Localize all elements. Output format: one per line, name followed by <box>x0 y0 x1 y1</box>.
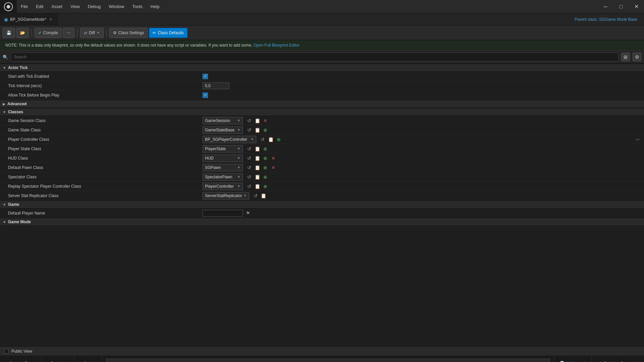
browse-button[interactable]: 📂 <box>16 28 29 38</box>
clear-icon[interactable]: ✕ <box>262 117 269 124</box>
game-label: Game <box>8 202 19 207</box>
output-log-button[interactable]: ≡ Output Log <box>42 356 74 362</box>
player-name-flag-icon[interactable]: ⚑ <box>244 209 252 217</box>
class-defaults-button[interactable]: ✏ Class Defaults <box>149 28 187 38</box>
navigate-icon[interactable]: ↺ <box>252 192 259 199</box>
add-icon[interactable]: ⊕ <box>262 183 269 190</box>
filter-options-button[interactable]: ⚙ <box>633 53 641 61</box>
clear-icon[interactable]: ✕ <box>270 164 277 171</box>
tick-interval-input[interactable] <box>203 82 229 89</box>
public-view-checkbox[interactable] <box>4 349 9 354</box>
blueprint-tab[interactable]: ◉ BP_SGGameMode* ✕ <box>0 13 58 25</box>
add-icon[interactable]: ⊕ <box>262 155 269 162</box>
compile-label: Compile <box>43 31 58 35</box>
default-player-name-input[interactable] <box>203 210 243 217</box>
spectator-label: Spectator Class <box>8 175 203 179</box>
add-icon[interactable]: ⊕ <box>262 164 269 171</box>
classes-collapse-arrow[interactable]: ▼ <box>3 110 6 114</box>
property-matrix-button[interactable]: ⊞ <box>621 53 630 61</box>
menu-window[interactable]: Window <box>105 0 128 13</box>
close-button[interactable]: ✕ <box>629 0 644 13</box>
navigate-icon[interactable]: ↺ <box>246 126 253 134</box>
game-collapse-arrow[interactable]: ▼ <box>3 203 6 206</box>
game-session-dropdown[interactable]: GameSession ▼ <box>203 117 243 124</box>
section-game-mode[interactable]: ▼ Game Mode <box>0 218 644 226</box>
section-classes[interactable]: ▼ Classes <box>0 108 644 116</box>
add-icon[interactable]: ⊕ <box>262 173 269 181</box>
note-text: NOTE: This is a data only blueprint, so … <box>5 43 252 48</box>
compile-icon: ✔ <box>38 31 42 35</box>
content-drawer-button[interactable]: ⊞ Content Drawer <box>0 356 42 362</box>
browse-asset-icon[interactable]: 📋 <box>260 192 267 199</box>
tick-interval-label: Tick Interval (secs) <box>8 83 203 88</box>
prop-row-game-session: Game Session Class GameSession ▼ ↺ 📋 ✕ <box>0 116 644 125</box>
navigate-icon[interactable]: ↺ <box>246 117 253 124</box>
navigate-icon[interactable]: ↺ <box>246 145 253 153</box>
navigate-icon[interactable]: ↺ <box>246 164 253 171</box>
open-full-editor-link[interactable]: Open Full Blueprint Editor <box>254 43 300 48</box>
toolbar-separator-1 <box>32 29 32 37</box>
menu-debug[interactable]: Debug <box>84 0 105 13</box>
add-icon[interactable]: ⊕ <box>262 145 269 153</box>
menu-tools[interactable]: Tools <box>128 0 146 13</box>
menu-asset[interactable]: Asset <box>47 0 66 13</box>
minimize-button[interactable]: ─ <box>598 0 613 13</box>
menu-view[interactable]: View <box>66 0 84 13</box>
default-pawn-dropdown[interactable]: SGPawn ▼ <box>203 164 243 171</box>
diff-button[interactable]: ⇄ Diff ▼ <box>80 28 104 38</box>
compile-button[interactable]: ✔ Compile <box>35 28 62 38</box>
browse-asset-icon[interactable]: 📋 <box>254 155 261 162</box>
game-mode-collapse-arrow[interactable]: ▼ <box>3 220 6 224</box>
search-input[interactable] <box>11 53 619 61</box>
prop-row-default-pawn: Default Pawn Class SGPawn ▼ ↺ 📋 ⊕ ✕ <box>0 163 644 172</box>
advanced-collapse-arrow[interactable]: ▶ <box>3 102 5 106</box>
hud-dropdown[interactable]: HUD ▼ <box>203 155 243 162</box>
player-controller-actions: ↺ 📋 ⊕ <box>259 136 282 143</box>
browse-asset-icon[interactable]: 📋 <box>267 136 274 143</box>
menu-file[interactable]: File <box>17 0 32 13</box>
player-state-dropdown[interactable]: PlayerState ▼ <box>203 145 243 153</box>
replay-spectator-dropdown[interactable]: PlayerController ▼ <box>203 183 243 190</box>
clear-icon[interactable]: ✕ <box>270 155 277 162</box>
section-advanced[interactable]: ▶ Advanced <box>0 100 644 108</box>
browse-asset-icon[interactable]: 📋 <box>254 126 261 134</box>
tab-close-button[interactable]: ✕ <box>48 17 53 22</box>
browse-asset-icon[interactable]: 📋 <box>254 173 261 181</box>
server-stat-dropdown[interactable]: ServerStatReplicator ▼ <box>203 192 249 199</box>
reset-to-default-icon[interactable]: ↩ <box>636 137 640 142</box>
browse-asset-icon[interactable]: 📋 <box>254 117 261 124</box>
menu-help[interactable]: Help <box>147 0 164 13</box>
game-state-actions: ↺ 📋 ⊕ <box>246 126 269 134</box>
maximize-button[interactable]: □ <box>613 0 629 13</box>
compile-options-button[interactable]: ⋯ <box>63 28 74 38</box>
spectator-dropdown[interactable]: SpectatorPawn ▼ <box>203 173 243 181</box>
browse-asset-icon[interactable]: 📋 <box>254 164 261 171</box>
navigate-icon[interactable]: ↺ <box>246 183 253 190</box>
section-actor-tick[interactable]: ▼ Actor Tick <box>0 64 644 72</box>
revision-control-button[interactable]: ⎇ Revision Control ▼ <box>591 356 644 362</box>
actor-tick-collapse-arrow[interactable]: ▼ <box>3 66 6 70</box>
tab-icon: ◉ <box>4 17 8 22</box>
browse-asset-icon[interactable]: 📋 <box>254 183 261 190</box>
game-state-value: GameStateBase ▼ ↺ 📋 ⊕ <box>203 126 269 134</box>
section-game[interactable]: ▼ Game <box>0 200 644 208</box>
console-input[interactable] <box>106 359 550 362</box>
class-settings-button[interactable]: ⚙ Class Settings <box>109 28 148 38</box>
cmd-button[interactable]: ▷ Cmd ▼ <box>74 356 102 362</box>
player-controller-dropdown[interactable]: BP_SGPlayerController ▼ <box>203 136 256 143</box>
dropdown-arrow-icon: ▼ <box>237 175 240 179</box>
toolbar-separator-3 <box>106 29 107 37</box>
navigate-icon[interactable]: ↺ <box>259 136 266 143</box>
allow-tick-checkbox[interactable] <box>203 93 208 98</box>
replay-spectator-actions: ↺ 📋 ⊕ <box>246 183 269 190</box>
add-icon[interactable]: ⊕ <box>275 136 282 143</box>
add-icon[interactable]: ⊕ <box>262 126 269 134</box>
browse-asset-icon[interactable]: 📋 <box>254 145 261 153</box>
save-button[interactable]: 💾 <box>3 28 15 38</box>
start-tick-checkbox[interactable] <box>203 74 208 79</box>
navigate-icon[interactable]: ↺ <box>246 173 253 181</box>
unsaved-indicator[interactable]: 📄 1 Unsaved <box>554 356 591 362</box>
game-state-dropdown[interactable]: GameStateBase ▼ <box>203 126 243 134</box>
navigate-icon[interactable]: ↺ <box>246 155 253 162</box>
menu-edit[interactable]: Edit <box>32 0 47 13</box>
